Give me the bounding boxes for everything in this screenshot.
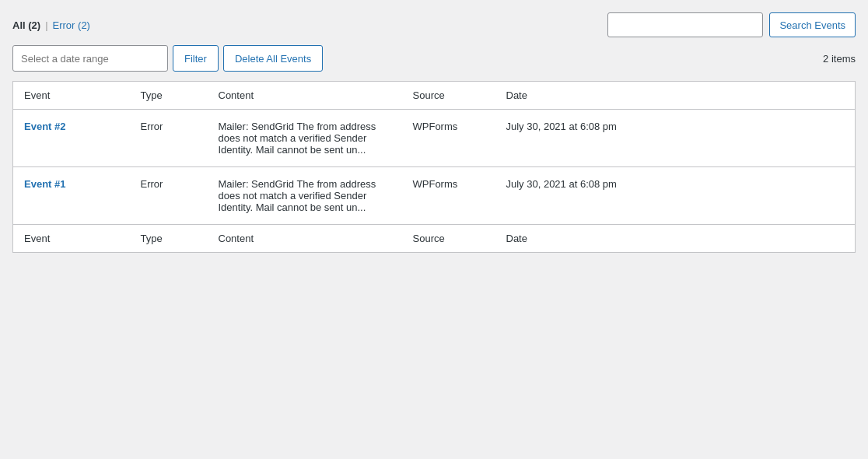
event-link[interactable]: Event #1 [24, 178, 65, 190]
col-header-content: Content [208, 82, 402, 110]
top-bar: All (2) | Error (2) Search Events [12, 12, 856, 37]
items-count: 2 items [823, 53, 856, 65]
cell-source: WPForms [402, 110, 495, 167]
date-range-input[interactable] [12, 45, 168, 72]
cell-content: Mailer: SendGrid The from address does n… [208, 110, 402, 167]
cell-source: WPForms [402, 167, 495, 225]
col-header-date: Date [495, 82, 856, 110]
search-area: Search Events [607, 12, 856, 37]
cell-event: Event #1 [13, 167, 130, 225]
all-filter-link[interactable]: All (2) [12, 19, 40, 31]
delete-all-events-button[interactable]: Delete All Events [223, 45, 323, 72]
filter-separator: | [45, 19, 47, 31]
cell-type: Error [130, 167, 208, 225]
cell-content: Mailer: SendGrid The from address does n… [208, 167, 402, 225]
error-filter-link[interactable]: Error (2) [53, 19, 90, 31]
col-footer-source: Source [402, 225, 495, 253]
cell-date: July 30, 2021 at 6:08 pm [495, 110, 856, 167]
table-row: Event #2ErrorMailer: SendGrid The from a… [13, 110, 856, 167]
event-link[interactable]: Event #2 [24, 121, 65, 132]
search-events-button[interactable]: Search Events [769, 12, 856, 37]
col-footer-content: Content [208, 225, 402, 253]
events-table: Event Type Content Source Date Event #2E… [12, 81, 856, 253]
col-footer-date: Date [495, 225, 856, 253]
cell-type: Error [130, 110, 208, 167]
col-footer-event: Event [13, 225, 130, 253]
controls-bar: Filter Delete All Events 2 items [12, 45, 856, 72]
table-header-row: Event Type Content Source Date [13, 82, 856, 110]
table-footer-row: Event Type Content Source Date [13, 225, 856, 253]
filter-links: All (2) | Error (2) [12, 19, 90, 31]
cell-event: Event #2 [13, 110, 130, 167]
cell-date: July 30, 2021 at 6:08 pm [495, 167, 856, 225]
search-input[interactable] [607, 12, 763, 37]
col-header-type: Type [130, 82, 208, 110]
controls-left: Filter Delete All Events [12, 45, 323, 72]
col-footer-type: Type [130, 225, 208, 253]
filter-button[interactable]: Filter [173, 45, 219, 72]
col-header-event: Event [13, 82, 130, 110]
table-row: Event #1ErrorMailer: SendGrid The from a… [13, 167, 856, 225]
col-header-source: Source [402, 82, 495, 110]
